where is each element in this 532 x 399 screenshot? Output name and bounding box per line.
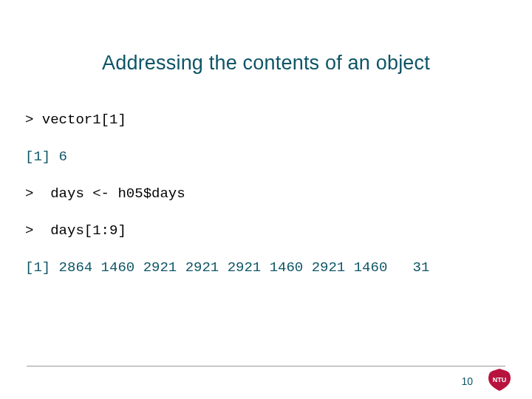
ntu-logo: NTU <box>488 368 511 392</box>
code-line-prompt-2: > days <- h05$days <box>25 185 502 202</box>
code-line-output-2: [1] 2864 1460 2921 2921 2921 1460 2921 1… <box>25 259 502 276</box>
code-line-output-1: [1] 6 <box>25 149 502 165</box>
svg-text:NTU: NTU <box>493 376 507 383</box>
code-block: > vector1[1] [1] 6 > days <- h05$days > … <box>0 112 532 276</box>
footer-divider <box>27 366 505 366</box>
code-line-prompt-3: > days[1:9] <box>25 222 502 239</box>
code-line-prompt-1: > vector1[1] <box>25 112 502 128</box>
slide-title: Addressing the contents of an object <box>0 52 532 75</box>
slide: Addressing the contents of an object > v… <box>0 0 532 399</box>
page-number: 10 <box>461 375 473 387</box>
